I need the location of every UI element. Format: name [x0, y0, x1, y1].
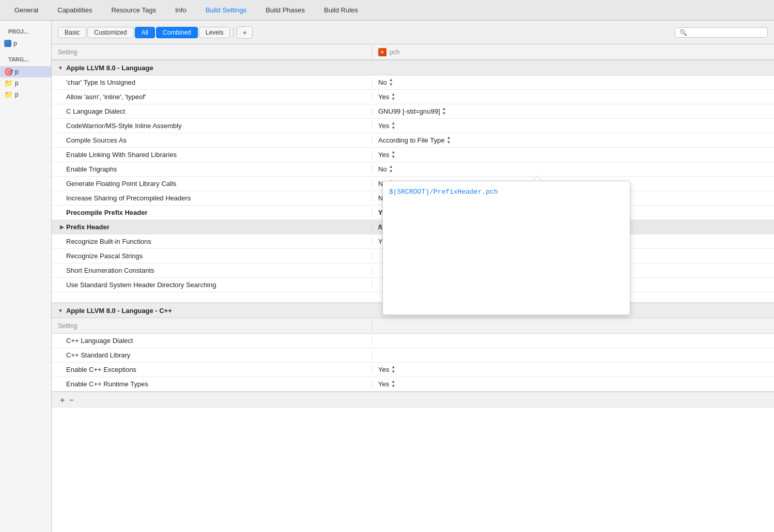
- stepper[interactable]: ▲▼: [389, 165, 393, 174]
- add-setting-btn[interactable]: +: [237, 26, 252, 39]
- sidebar-proj-file[interactable]: p: [0, 38, 51, 49]
- setting-value-cell: According to File Type▲▼: [372, 136, 774, 145]
- section-language-header[interactable]: Apple LLVM 8.0 - Language: [52, 60, 774, 75]
- setting-name-cell: C++ Standard Library: [52, 351, 372, 359]
- sidebar: PROJ... p TARG... 🎯 p 📁 p 📁 p: [0, 21, 52, 532]
- levels-filter-btn[interactable]: Levels: [199, 27, 230, 38]
- setting-name-cell: Enable C++ Exceptions: [52, 366, 372, 373]
- sidebar-target-label: p: [15, 68, 19, 75]
- remove-bottom-btn[interactable]: −: [67, 396, 75, 405]
- sidebar-folder-2[interactable]: 📁 p: [0, 89, 51, 100]
- setting-value-cell: Yes▲▼: [372, 365, 774, 374]
- tab-build-phases[interactable]: Build Phases: [256, 0, 315, 21]
- setting-column-header: Setting: [52, 46, 372, 58]
- tab-general[interactable]: General: [5, 0, 48, 21]
- setting-value-cell: No▲▼: [372, 78, 774, 87]
- tab-bar: General Capabilities Resource Tags Info …: [0, 0, 774, 21]
- setting-name-cell: CodeWarrior/MS-Style Inline Assembly: [52, 122, 372, 130]
- setting-name-cell: Precompile Prefix Header: [52, 209, 372, 216]
- setting-name-cell: Allow 'asm', 'inline', 'typeof': [52, 93, 372, 101]
- section-language-title: Apple LLVM 8.0 - Language: [66, 64, 153, 72]
- setting-name-cell: Enable Linking With Shared Libraries: [52, 151, 372, 159]
- proj-label: PROJ...: [4, 26, 33, 37]
- popup-text: $(SRCROOT)/PrefixHeader.pch: [389, 188, 498, 196]
- setting-row[interactable]: Allow 'asm', 'inline', 'typeof'Yes▲▼: [52, 90, 774, 104]
- setting-value-cell: Yes▲▼: [372, 380, 774, 389]
- tab-info[interactable]: Info: [166, 0, 196, 21]
- setting-name-cell: 'char' Type Is Unsigned: [52, 79, 372, 86]
- stepper[interactable]: ▲▼: [391, 380, 395, 389]
- setting-row[interactable]: C Language DialectGNU99 [-std=gnu99]▲▼: [52, 104, 774, 119]
- setting-row[interactable]: Enable TrigraphsNo▲▼: [52, 162, 774, 177]
- popup-arrow-inner: [533, 176, 542, 181]
- combined-filter-btn[interactable]: Combined: [156, 27, 198, 38]
- folder-icon-1: 📁: [4, 79, 13, 87]
- popup-container: $(SRCROOT)/PrefixHeader.pch: [382, 176, 630, 315]
- search-input[interactable]: [689, 29, 763, 36]
- stepper[interactable]: ▲▼: [391, 365, 395, 374]
- setting-row[interactable]: CodeWarrior/MS-Style Inline AssemblyYes▲…: [52, 119, 774, 133]
- search-icon: 🔍: [679, 29, 687, 36]
- setting-row[interactable]: Compile Sources AsAccording to File Type…: [52, 133, 774, 148]
- sidebar-proj-item-label: p: [13, 40, 17, 47]
- stepper[interactable]: ▲▼: [391, 92, 395, 102]
- pch-col-label: pch: [390, 49, 399, 56]
- section-cpp-title: Apple LLVM 8.0 - Language - C++: [66, 307, 172, 315]
- tab-build-rules[interactable]: Build Rules: [315, 0, 368, 21]
- tab-resource-tags[interactable]: Resource Tags: [102, 0, 165, 21]
- filter-sep: [233, 27, 234, 38]
- sidebar-target-item[interactable]: 🎯 p: [0, 66, 51, 77]
- filter-bar: Basic Customized All Combined Levels + 🔍: [52, 21, 774, 44]
- popup-box: $(SRCROOT)/PrefixHeader.pch: [382, 181, 630, 315]
- setting-row[interactable]: C++ Language Dialect: [52, 334, 774, 348]
- section2-value-col: [372, 324, 774, 328]
- customized-filter-btn[interactable]: Customized: [87, 27, 133, 38]
- setting-value-cell: GNU99 [-std=gnu99]▲▼: [372, 107, 774, 116]
- setting-row[interactable]: 'char' Type Is UnsignedNo▲▼: [52, 75, 774, 90]
- prefix-triangle[interactable]: ▶: [60, 224, 64, 230]
- section-collapse-triangle[interactable]: [58, 65, 63, 71]
- stepper[interactable]: ▲▼: [391, 150, 395, 160]
- pch-icon: A: [378, 48, 386, 56]
- prefix-name-cell: ▶Prefix Header: [52, 223, 372, 231]
- setting-name-cell: Short Enumeration Constants: [52, 267, 372, 274]
- tab-build-settings[interactable]: Build Settings: [196, 0, 257, 21]
- setting-col-label: Setting: [58, 49, 77, 56]
- folder-icon-2: 📁: [4, 90, 13, 99]
- setting-value-cell: No▲▼: [372, 165, 774, 174]
- add-bottom-btn[interactable]: +: [58, 396, 67, 405]
- target-icon: 🎯: [4, 68, 13, 76]
- bottom-bar: + −: [52, 392, 774, 408]
- setting-name-cell: Enable C++ Runtime Types: [52, 380, 372, 388]
- setting-name-cell: Recognize Built-in Functions: [52, 238, 372, 245]
- targ-label: TARG...: [4, 54, 33, 65]
- all-filter-btn[interactable]: All: [135, 27, 155, 38]
- setting-name-cell: Enable Trigraphs: [52, 165, 372, 173]
- sidebar-folder-1[interactable]: 📁 p: [0, 77, 51, 89]
- sidebar-folder-2-label: p: [15, 91, 19, 98]
- setting-row[interactable]: C++ Standard Library: [52, 348, 774, 363]
- section2-setting-col: Setting: [52, 320, 372, 332]
- setting-row[interactable]: Enable Linking With Shared LibrariesYes▲…: [52, 148, 774, 162]
- setting-name-cell: C++ Language Dialect: [52, 337, 372, 345]
- stepper[interactable]: ▲▼: [389, 78, 393, 87]
- setting-value-cell: Yes▲▼: [372, 121, 774, 131]
- basic-filter-btn[interactable]: Basic: [58, 27, 86, 38]
- search-box: 🔍: [675, 27, 768, 38]
- setting-row[interactable]: Enable C++ ExceptionsYes▲▼: [52, 363, 774, 377]
- setting-value-cell: Yes▲▼: [372, 150, 774, 160]
- setting-name-cell: Compile Sources As: [52, 136, 372, 144]
- stepper[interactable]: ▲▼: [446, 136, 451, 145]
- section2-col-header: Setting: [52, 318, 774, 334]
- setting-name-cell: Use Standard System Header Directory Sea…: [52, 281, 372, 289]
- setting-name-cell: C Language Dialect: [52, 107, 372, 115]
- stepper[interactable]: ▲▼: [442, 107, 446, 116]
- value-column-header: A pch: [372, 46, 774, 58]
- setting-name-cell: Increase Sharing of Precompiled Headers: [52, 194, 372, 202]
- section-cpp-triangle[interactable]: [58, 308, 63, 314]
- stepper[interactable]: ▲▼: [391, 121, 395, 131]
- sidebar-section-proj: PROJ...: [0, 25, 51, 38]
- setting-row[interactable]: Enable C++ Runtime TypesYes▲▼: [52, 377, 774, 392]
- setting-name-cell: Generate Floating Point Library Calls: [52, 180, 372, 187]
- tab-capabilities[interactable]: Capabilities: [48, 0, 102, 21]
